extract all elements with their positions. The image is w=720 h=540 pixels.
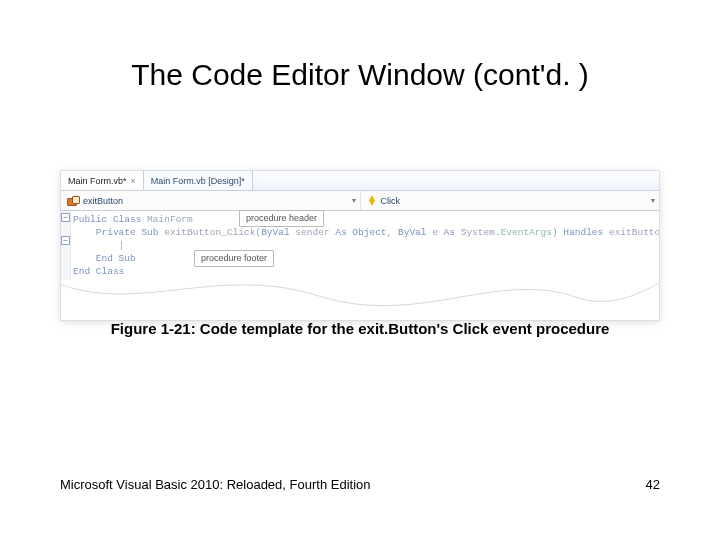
chevron-down-icon: ▾: [651, 196, 655, 205]
page-number: 42: [646, 477, 660, 492]
code-editor-window: Main Form.vb* × Main Form.vb [Design]* e…: [60, 170, 660, 321]
tab-main-form-code[interactable]: Main Form.vb* ×: [61, 171, 144, 190]
tab-label: Main Form.vb*: [68, 176, 127, 186]
callout-procedure-header: procedure header: [239, 210, 324, 227]
chevron-down-icon: ▾: [352, 196, 356, 205]
slide-title: The Code Editor Window (cont'd. ): [0, 58, 720, 92]
figure-caption: Figure 1-21: Code template for the exit.…: [0, 320, 720, 337]
lightning-icon: [367, 195, 377, 207]
close-icon[interactable]: ×: [131, 176, 136, 186]
tab-main-form-design[interactable]: Main Form.vb [Design]*: [144, 171, 253, 190]
figure-container: Main Form.vb* × Main Form.vb [Design]* e…: [60, 170, 660, 321]
callout-procedure-footer: procedure footer: [194, 250, 274, 267]
footer-book-title: Microsoft Visual Basic 2010: Reloaded, F…: [60, 477, 370, 492]
tab-label: Main Form.vb [Design]*: [151, 176, 245, 186]
outline-gutter: − −: [61, 211, 71, 280]
event-selector[interactable]: Click ▾: [361, 191, 660, 210]
fold-toggle-icon[interactable]: −: [61, 236, 70, 245]
object-selector[interactable]: exitButton ▾: [61, 191, 361, 210]
object-selector-value: exitButton: [83, 196, 123, 206]
code-area: − − procedure header Public Class MainFo…: [61, 211, 659, 280]
fold-toggle-icon[interactable]: −: [61, 213, 70, 222]
member-selector-bar: exitButton ▾ Click ▾: [61, 191, 659, 211]
code-text[interactable]: procedure header Public Class MainForm P…: [71, 211, 660, 280]
torn-edge: [61, 280, 659, 320]
event-selector-value: Click: [381, 196, 401, 206]
document-tab-strip: Main Form.vb* × Main Form.vb [Design]*: [61, 171, 659, 191]
object-icon: [67, 196, 79, 206]
